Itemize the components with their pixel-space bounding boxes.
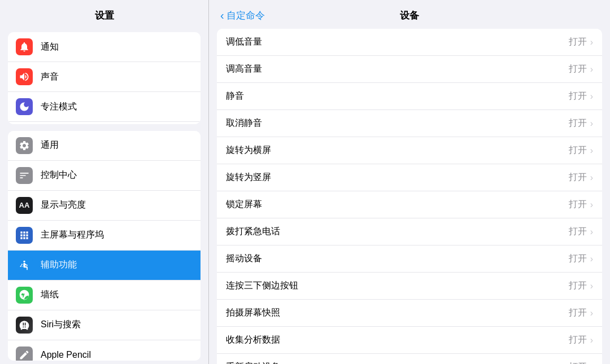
display-label: 显示与亮度 bbox=[41, 199, 86, 211]
settings-row[interactable]: 调低音量 打开 › bbox=[217, 29, 602, 56]
sidebar-item-accessibility[interactable]: 辅助功能 bbox=[8, 251, 201, 280]
settings-row[interactable]: 摇动设备 打开 › bbox=[217, 245, 602, 273]
row-chevron-icon: › bbox=[590, 200, 593, 210]
row-label: 拍摄屏幕快照 bbox=[226, 307, 569, 319]
row-label: 调高音量 bbox=[226, 63, 569, 75]
row-chevron-icon: › bbox=[590, 91, 593, 102]
settings-group-devices: 调低音量 打开 › 调高音量 打开 › 静音 打开 › 取消静音 打开 › 旋转… bbox=[217, 29, 602, 364]
right-header: ‹ 自定命令 设备 bbox=[209, 0, 610, 29]
svg-point-0 bbox=[23, 260, 25, 262]
settings-row[interactable]: 静音 打开 › bbox=[217, 83, 602, 110]
row-chevron-icon: › bbox=[590, 173, 593, 183]
row-value: 打开 bbox=[569, 144, 587, 156]
sidebar-item-wallpaper[interactable]: 墙纸 bbox=[8, 280, 201, 310]
wallpaper-icon bbox=[16, 287, 33, 304]
row-chevron-icon: › bbox=[590, 146, 593, 156]
general-icon bbox=[16, 137, 33, 154]
settings-row[interactable]: 旋转为横屏 打开 › bbox=[217, 137, 602, 164]
sidebar-item-control[interactable]: 控制中心 bbox=[8, 161, 201, 191]
settings-row[interactable]: 锁定屏幕 打开 › bbox=[217, 191, 602, 218]
app-container: 设置 通知 声音 专注模式 bbox=[0, 0, 610, 364]
accessibility-icon bbox=[16, 257, 33, 274]
wallpaper-label: 墙纸 bbox=[41, 289, 59, 301]
row-chevron-icon: › bbox=[590, 119, 593, 129]
focus-icon bbox=[16, 98, 33, 115]
row-value: 打开 bbox=[569, 253, 587, 265]
back-button[interactable]: ‹ 自定命令 bbox=[220, 9, 265, 22]
sound-icon bbox=[16, 68, 33, 85]
row-chevron-icon: › bbox=[590, 64, 593, 74]
row-label: 拨打紧急电话 bbox=[226, 226, 569, 238]
homescreen-icon bbox=[16, 227, 33, 244]
row-label: 旋转为竖屏 bbox=[226, 172, 569, 183]
sidebar-item-screentime[interactable]: 屏幕使用时间 bbox=[8, 122, 201, 124]
row-value: 打开 bbox=[569, 226, 587, 238]
sidebar-item-siri[interactable]: Siri与搜索 bbox=[8, 310, 201, 340]
row-value: 打开 bbox=[569, 63, 587, 75]
back-chevron-icon: ‹ bbox=[220, 9, 224, 22]
row-chevron-icon: › bbox=[590, 362, 593, 365]
settings-row[interactable]: 收集分析数据 打开 › bbox=[217, 327, 602, 354]
row-value: 打开 bbox=[569, 199, 587, 210]
row-value: 打开 bbox=[569, 307, 587, 319]
right-content: 调低音量 打开 › 调高音量 打开 › 静音 打开 › 取消静音 打开 › 旋转… bbox=[209, 29, 610, 364]
row-value: 打开 bbox=[569, 172, 587, 183]
siri-label: Siri与搜索 bbox=[41, 319, 81, 331]
sidebar-item-homescreen[interactable]: 主屏幕与程序坞 bbox=[8, 221, 201, 251]
row-chevron-icon: › bbox=[590, 227, 593, 237]
row-value: 打开 bbox=[569, 334, 587, 346]
sidebar-group-2: 通用 控制中心 AA 显示与亮度 主屏幕与程序坞 bbox=[8, 131, 201, 361]
notification-icon bbox=[16, 38, 33, 55]
siri-icon bbox=[16, 317, 33, 334]
row-value: 打开 bbox=[569, 361, 587, 364]
right-panel: ‹ 自定命令 设备 调低音量 打开 › 调高音量 打开 › 静音 打开 › 取消… bbox=[209, 0, 610, 364]
row-chevron-icon: › bbox=[590, 308, 593, 318]
sidebar-title: 设置 bbox=[0, 0, 208, 29]
sidebar-item-pencil[interactable]: Apple Pencil bbox=[8, 340, 201, 361]
settings-row[interactable]: 旋转为竖屏 打开 › bbox=[217, 164, 602, 191]
settings-row[interactable]: 取消静音 打开 › bbox=[217, 110, 602, 137]
settings-row[interactable]: 重新启动设备 打开 › bbox=[217, 354, 602, 364]
sidebar-item-display[interactable]: AA 显示与亮度 bbox=[8, 191, 201, 221]
pencil-label: Apple Pencil bbox=[41, 350, 91, 360]
back-label: 自定命令 bbox=[226, 9, 265, 22]
row-label: 摇动设备 bbox=[226, 253, 569, 265]
settings-row[interactable]: 调高音量 打开 › bbox=[217, 56, 602, 83]
sidebar-group-1: 通知 声音 专注模式 屏幕使用时间 bbox=[8, 32, 201, 124]
sidebar-item-general[interactable]: 通用 bbox=[8, 131, 201, 161]
row-label: 取消静音 bbox=[226, 117, 569, 129]
focus-label: 专注模式 bbox=[41, 101, 77, 113]
row-label: 静音 bbox=[226, 90, 569, 102]
settings-row[interactable]: 拍摄屏幕快照 打开 › bbox=[217, 300, 602, 327]
row-label: 调低音量 bbox=[226, 36, 569, 48]
accessibility-label: 辅助功能 bbox=[41, 259, 77, 271]
display-icon: AA bbox=[16, 197, 33, 214]
row-chevron-icon: › bbox=[590, 37, 593, 47]
pencil-icon bbox=[16, 347, 33, 361]
sidebar-item-sound[interactable]: 声音 bbox=[8, 62, 201, 92]
control-label: 控制中心 bbox=[41, 169, 77, 181]
row-value: 打开 bbox=[569, 90, 587, 102]
control-icon bbox=[16, 167, 33, 184]
sound-label: 声音 bbox=[41, 71, 59, 83]
row-value: 打开 bbox=[569, 117, 587, 129]
row-chevron-icon: › bbox=[590, 335, 593, 345]
row-chevron-icon: › bbox=[590, 281, 593, 291]
row-value: 打开 bbox=[569, 280, 587, 292]
row-value: 打开 bbox=[569, 36, 587, 48]
row-label: 旋转为横屏 bbox=[226, 144, 569, 156]
sidebar: 设置 通知 声音 专注模式 bbox=[0, 0, 209, 364]
row-chevron-icon: › bbox=[590, 254, 593, 264]
notification-label: 通知 bbox=[41, 41, 59, 53]
row-label: 收集分析数据 bbox=[226, 334, 569, 346]
row-label: 锁定屏幕 bbox=[226, 199, 569, 210]
general-label: 通用 bbox=[41, 139, 59, 151]
settings-row[interactable]: 拨打紧急电话 打开 › bbox=[217, 218, 602, 245]
row-label: 连按三下侧边按钮 bbox=[226, 280, 569, 292]
settings-row[interactable]: 连按三下侧边按钮 打开 › bbox=[217, 273, 602, 300]
row-label: 重新启动设备 bbox=[226, 361, 569, 364]
homescreen-label: 主屏幕与程序坞 bbox=[41, 229, 104, 241]
sidebar-item-focus[interactable]: 专注模式 bbox=[8, 92, 201, 122]
sidebar-item-notification[interactable]: 通知 bbox=[8, 32, 201, 62]
right-panel-title: 设备 bbox=[400, 9, 419, 22]
